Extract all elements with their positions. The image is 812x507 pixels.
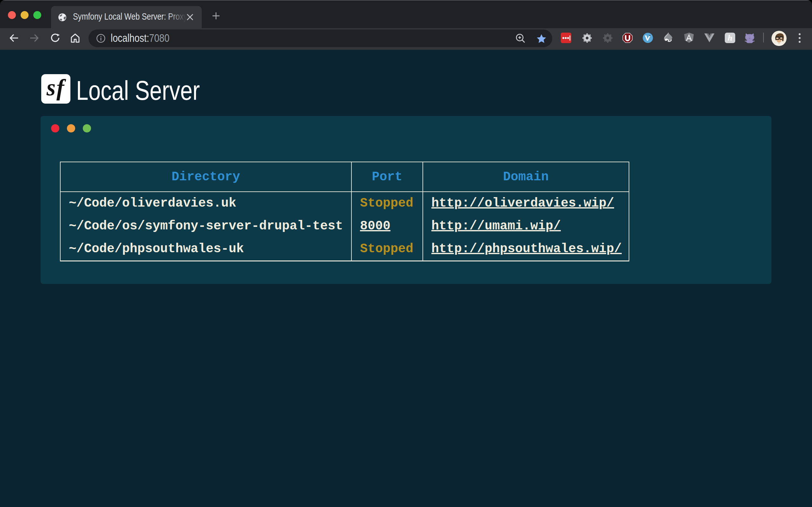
svg-text:h: h (728, 33, 732, 43)
